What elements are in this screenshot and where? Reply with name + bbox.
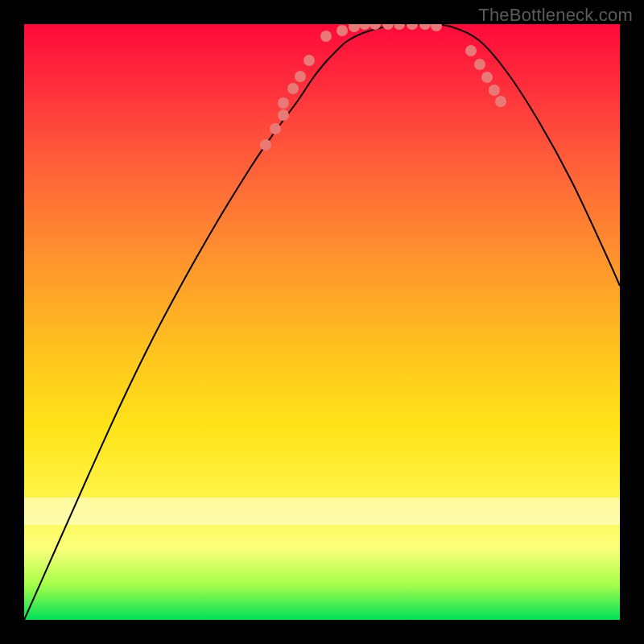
data-dot	[336, 25, 348, 36]
bottleneck-curve	[24, 24, 620, 620]
data-dot	[278, 109, 289, 121]
data-dot	[474, 59, 485, 70]
data-dots	[260, 24, 506, 151]
data-dot	[303, 55, 315, 66]
data-dot	[419, 24, 431, 30]
data-dot	[431, 24, 442, 31]
data-dot	[260, 139, 271, 151]
data-dot	[320, 31, 332, 42]
data-dot	[349, 24, 360, 32]
data-dot	[465, 45, 477, 56]
data-dot	[278, 97, 289, 109]
data-dot	[495, 96, 506, 107]
chart-svg	[24, 24, 620, 620]
data-dot	[287, 83, 299, 94]
watermark-text: TheBottleneck.com	[478, 5, 633, 26]
data-dot	[270, 123, 281, 134]
data-dot	[295, 71, 306, 82]
chart-frame: TheBottleneck.com	[0, 0, 644, 644]
data-dot	[481, 72, 493, 83]
data-dot	[489, 85, 500, 96]
data-dot	[382, 24, 394, 30]
data-dot	[394, 24, 405, 30]
plot-area	[24, 24, 620, 620]
data-dot	[359, 24, 370, 30]
data-dot	[407, 24, 418, 30]
